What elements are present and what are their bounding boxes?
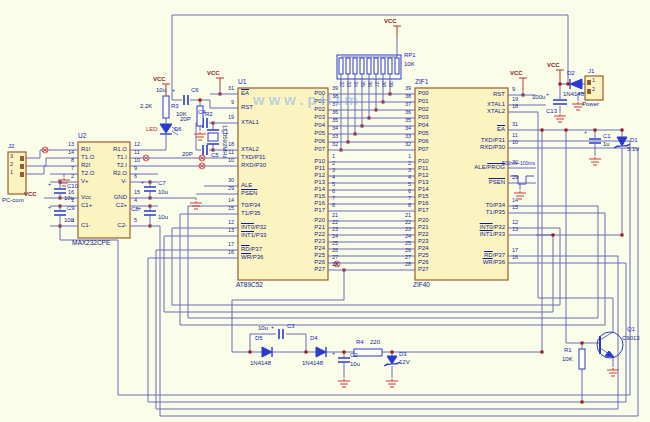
- zif-pin-label: ALE/PROG: [463, 164, 505, 170]
- capacitor-c2: [338, 358, 350, 362]
- u1-pin-label: ALE: [241, 182, 252, 188]
- pin-label-text: P06: [418, 138, 429, 144]
- pin-label-text: GND: [114, 194, 127, 200]
- u1-pin-number: 21: [332, 213, 358, 219]
- pin-label-text: P11: [418, 165, 428, 171]
- pin-label-text: RD: [241, 246, 250, 252]
- bus-number: 38: [381, 81, 387, 87]
- u2-pin-number: 10: [134, 158, 160, 164]
- zif-pin-number: 1: [385, 154, 411, 160]
- zif-pin-number: 4: [385, 175, 411, 181]
- c4-ref: C4: [198, 109, 206, 115]
- pulse-annotation: 500ms~100ms: [502, 161, 535, 166]
- ground-icon: [589, 157, 601, 165]
- pin-label-text: P25: [314, 252, 325, 258]
- zif-pin-label: P24: [418, 245, 429, 251]
- capacitor-c9: [54, 211, 66, 215]
- zif-pin-number: 29: [512, 175, 538, 181]
- u1-pin-number: 27: [332, 255, 358, 261]
- u1-pin-label: PSEN: [241, 190, 257, 196]
- c10-ref: C10: [67, 183, 78, 189]
- bus-number: 36: [367, 81, 373, 87]
- pin-label-text: /P32: [493, 224, 505, 230]
- zif-pin-number: 31: [512, 122, 538, 128]
- plus-c7: +: [141, 180, 144, 185]
- pin-label-text: P26: [418, 259, 429, 265]
- pin-label-text: P05: [314, 130, 325, 136]
- u1-pin-number: 22: [332, 220, 358, 226]
- zif-pin-label: P02: [418, 106, 429, 112]
- zif-pin-number: 33: [385, 134, 411, 140]
- schematic-shape: [541, 351, 544, 354]
- c6-ref: C6: [191, 87, 199, 93]
- plus-c1: +: [584, 130, 587, 135]
- pin-label-text: RXD/P30: [241, 162, 266, 168]
- resistor-r4: [354, 349, 382, 356]
- zif-pin-label: P14: [418, 186, 429, 192]
- c5-value: 20P: [182, 151, 193, 157]
- u1-pin-number: 12: [208, 220, 234, 226]
- zif-pin-label: P20: [418, 217, 429, 223]
- schematic-shape: [249, 351, 252, 354]
- schematic-shape: [567, 83, 570, 86]
- u1-pin-label: P13: [283, 179, 325, 185]
- pin-label-text: P22: [418, 231, 429, 237]
- pin-label-text: P12: [418, 172, 429, 178]
- zif-pin-label: XTAL1: [463, 101, 505, 107]
- u1-pin-label: P03: [283, 114, 325, 120]
- u2-pin-label: C2-: [85, 222, 127, 228]
- zif-pin-number: 13: [512, 227, 538, 233]
- u1-pin-number: 25: [332, 241, 358, 247]
- zif-pin-label: TXD/P31: [463, 137, 505, 143]
- vcc-label-power: VCC: [547, 62, 560, 68]
- u2-pin-number: 15: [134, 190, 160, 196]
- schematic-shape: [587, 80, 591, 85]
- pin-label-text: T2.I: [117, 162, 127, 168]
- u2-pin-label: T1.I: [85, 154, 127, 160]
- zif-pin-number: 3: [385, 168, 411, 174]
- pin-label-text: C2-: [117, 222, 127, 228]
- pin-label-text: P16: [314, 200, 325, 206]
- schematic-shape: [570, 79, 582, 89]
- u1-pin-label: WR/P36: [241, 254, 263, 260]
- u2-pin-label: T2.I: [85, 162, 127, 168]
- pin-label-text: TXD/P31: [241, 154, 265, 160]
- ground-icon: [386, 379, 398, 387]
- u2-pin-number: 2: [48, 174, 74, 180]
- zif-pin-label: PSEN: [463, 179, 505, 185]
- u1-pin-label: P04: [283, 122, 325, 128]
- pin-label-text: P13: [314, 179, 325, 185]
- capacitor-c13: [553, 100, 567, 104]
- rp1-ref: RP1: [404, 52, 416, 58]
- zif-pin-label: P23: [418, 238, 429, 244]
- c2-value: 10u: [350, 361, 360, 367]
- ground-icon: [338, 379, 350, 387]
- j2-pin-2: 2: [10, 162, 13, 168]
- u1-pin-number: 29: [208, 186, 234, 192]
- u1-pin-number: 23: [332, 227, 358, 233]
- u1-pin-label: RXD/P30: [241, 162, 266, 168]
- zif-pin-number: 36: [385, 110, 411, 116]
- j1-pin-2: 2: [592, 87, 595, 93]
- u1-pin-label: P23: [283, 238, 325, 244]
- diode-d5: [262, 347, 272, 357]
- pin-label-text: P02: [418, 106, 429, 112]
- pin-label-text: XTAL2: [241, 146, 259, 152]
- pin-label-text: P07: [314, 146, 325, 152]
- zif-pin-label: WR/P36: [463, 259, 505, 265]
- pin-label-text: RD: [484, 252, 493, 258]
- pin-label-text: P10: [418, 158, 429, 164]
- pin-label-text: /P33: [493, 231, 505, 237]
- d3-ref: D3: [399, 351, 407, 357]
- u2-pin-number: 13: [48, 142, 74, 148]
- u1-pin-label: T0/P34: [241, 202, 260, 208]
- pin-label-text: P21: [418, 224, 429, 230]
- c4-value: 20P: [180, 116, 191, 122]
- vcc-label-r3: VCC: [153, 76, 166, 82]
- u2-pin-number: 9: [134, 166, 160, 172]
- schematic-shape: [565, 129, 568, 132]
- c3-value: 10u: [258, 325, 268, 331]
- c2-ref: C2: [350, 352, 358, 358]
- wire-segment: [60, 226, 118, 395]
- schematic-shape: [594, 129, 597, 132]
